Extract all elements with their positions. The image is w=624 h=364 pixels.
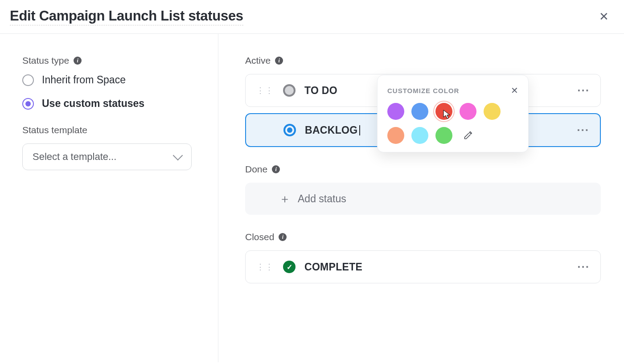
dialog-body: Status type i Inherit from Space Use cus… <box>0 34 624 362</box>
color-swatch-green[interactable] <box>435 127 452 144</box>
radio-use-custom-statuses[interactable]: Use custom statuses <box>22 98 196 110</box>
status-color-icon[interactable] <box>283 84 296 97</box>
color-swatch-blue[interactable] <box>411 103 428 120</box>
section-closed: Closed i ⋮⋮ ✓ COMPLETE ··· <box>245 232 601 283</box>
color-swatch-pink[interactable] <box>460 103 476 120</box>
color-swatch-yellow[interactable] <box>484 103 501 120</box>
color-popover: CUSTOMIZE COLOR ✕ <box>377 75 529 152</box>
more-actions-icon[interactable]: ··· <box>577 84 590 98</box>
more-actions-icon[interactable]: ··· <box>577 260 590 274</box>
status-type-label: Status type i <box>22 55 196 66</box>
status-item-complete[interactable]: ⋮⋮ ✓ COMPLETE ··· <box>245 250 601 283</box>
add-status-button[interactable]: ＋ Add status <box>245 183 601 215</box>
radio-icon <box>22 98 34 110</box>
color-swatch-cyan[interactable] <box>411 127 428 144</box>
info-icon[interactable]: i <box>275 57 283 65</box>
radio-inherit-from-space[interactable]: Inherit from Space <box>22 74 196 86</box>
info-icon[interactable]: i <box>279 233 287 241</box>
popover-title: CUSTOMIZE COLOR <box>387 87 459 94</box>
chevron-down-icon <box>173 151 183 161</box>
status-template-block: Status template Select a template... <box>22 125 196 170</box>
radio-label: Inherit from Space <box>42 74 126 86</box>
drag-handle-icon[interactable]: ⋮⋮ <box>256 265 274 269</box>
eyedropper-icon[interactable] <box>460 127 476 144</box>
cursor-icon <box>442 109 452 120</box>
close-icon[interactable]: ✕ <box>597 8 611 25</box>
more-actions-icon[interactable]: ··· <box>577 123 589 137</box>
section-label-active: Active i <box>245 55 601 66</box>
radio-icon <box>22 74 34 86</box>
radio-label: Use custom statuses <box>42 98 144 110</box>
section-label-done: Done i <box>245 164 601 175</box>
color-swatch-purple[interactable] <box>387 103 404 120</box>
color-swatch-orange[interactable] <box>387 127 404 144</box>
info-icon[interactable]: i <box>272 165 280 173</box>
info-icon[interactable]: i <box>74 57 82 65</box>
status-color-icon[interactable] <box>283 124 296 136</box>
section-done: Done i ＋ Add status <box>245 164 601 215</box>
dialog-title: Edit Campaign Launch List statuses <box>10 8 243 25</box>
status-color-icon[interactable]: ✓ <box>283 261 296 273</box>
dialog-header: Edit Campaign Launch List statuses ✕ <box>0 0 624 34</box>
close-icon[interactable]: ✕ <box>511 85 518 96</box>
status-template-label: Status template <box>22 125 196 135</box>
right-pane: Active i ⋮⋮ TO DO ··· ⋮⋮ BACKLOG ··· Don… <box>218 34 624 362</box>
template-select[interactable]: Select a template... <box>22 143 192 170</box>
status-name: COMPLETE <box>304 261 362 273</box>
add-status-label: Add status <box>298 193 346 205</box>
color-swatch-red[interactable] <box>435 103 452 120</box>
popover-header: CUSTOMIZE COLOR ✕ <box>387 85 518 96</box>
plus-icon: ＋ <box>279 193 291 204</box>
template-placeholder: Select a template... <box>33 151 116 163</box>
status-name-input[interactable]: BACKLOG <box>305 124 357 136</box>
section-label-closed: Closed i <box>245 232 601 242</box>
status-name: TO DO <box>304 85 337 97</box>
color-swatch-grid <box>387 103 518 144</box>
drag-handle-icon[interactable]: ⋮⋮ <box>256 88 274 93</box>
left-pane: Status type i Inherit from Space Use cus… <box>0 34 218 362</box>
